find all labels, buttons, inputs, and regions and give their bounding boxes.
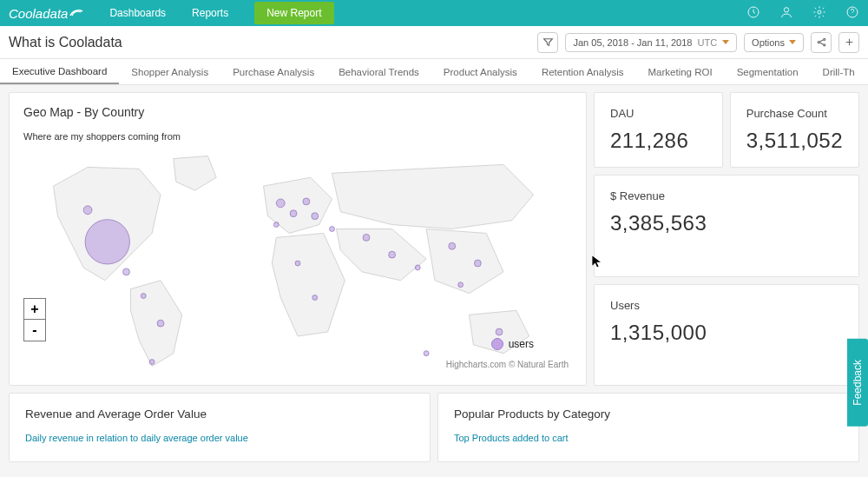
- panel-revenue-sub: Daily revenue in relation to daily avera…: [25, 433, 414, 443]
- zoom-out-button[interactable]: -: [24, 320, 45, 341]
- svg-point-15: [303, 198, 310, 205]
- tab-executive-dashboard[interactable]: Executive Dashboard: [0, 59, 119, 84]
- world-map[interactable]: [23, 150, 572, 376]
- svg-point-18: [330, 227, 335, 232]
- tab-retention-analysis[interactable]: Retention Analysis: [529, 59, 636, 84]
- kpi-purchase-count-label: Purchase Count: [746, 107, 843, 120]
- svg-point-14: [290, 210, 297, 217]
- chevron-down-icon: [789, 40, 796, 44]
- feedback-tab[interactable]: Feedback: [847, 339, 868, 427]
- nav-reports[interactable]: Reports: [192, 7, 228, 19]
- kpi-revenue: $ Revenue 3,385,563: [594, 175, 859, 277]
- svg-point-1: [784, 7, 788, 11]
- svg-point-2: [818, 10, 821, 14]
- svg-point-23: [415, 265, 420, 270]
- kpi-purchase-count-value: 3,511,052: [746, 129, 843, 153]
- filter-button[interactable]: [537, 32, 558, 53]
- nav-dashboards[interactable]: Dashboards: [109, 7, 166, 19]
- page-title: What is Cooladata: [9, 35, 122, 50]
- kpi-users: Users 1,315,000: [594, 284, 859, 387]
- kpi-dau: DAU 211,286: [594, 92, 723, 168]
- date-range-picker[interactable]: Jan 05, 2018 - Jan 11, 2018 UTC: [565, 33, 737, 52]
- kpi-users-label: Users: [610, 299, 843, 312]
- svg-point-22: [389, 251, 396, 258]
- new-report-button[interactable]: New Report: [254, 2, 333, 24]
- header-right: Jan 05, 2018 - Jan 11, 2018 UTC Options: [537, 32, 859, 53]
- legend-label: users: [509, 338, 534, 350]
- svg-point-27: [496, 328, 503, 335]
- svg-point-28: [424, 351, 429, 356]
- zoom-controls: + -: [23, 298, 46, 341]
- row-2: Revenue and Average Order Value Daily re…: [9, 393, 859, 462]
- tab-segmentation[interactable]: Segmentation: [725, 59, 811, 84]
- kpi-revenue-label: $ Revenue: [610, 189, 843, 202]
- tabs: Executive Dashboard Shopper Analysis Pur…: [0, 59, 868, 85]
- kpi-revenue-value: 3,385,563: [610, 211, 843, 235]
- tab-product-analysis[interactable]: Product Analysis: [431, 59, 529, 84]
- svg-point-13: [276, 199, 285, 208]
- date-range-text: Jan 05, 2018 - Jan 11, 2018: [573, 37, 692, 48]
- brand-text: Cooladata: [9, 6, 68, 21]
- chevron-down-icon: [722, 40, 729, 44]
- legend-dot-icon: [491, 338, 503, 350]
- content: Geo Map - By Country Where are my shoppe…: [0, 85, 868, 469]
- svg-point-19: [295, 261, 300, 266]
- svg-point-21: [363, 234, 370, 241]
- logo-arc-icon: [69, 4, 83, 19]
- tab-purchase-analysis[interactable]: Purchase Analysis: [220, 59, 326, 84]
- options-dropdown[interactable]: Options: [744, 33, 804, 52]
- gear-icon[interactable]: [812, 5, 826, 22]
- map-panel: Geo Map - By Country Where are my shoppe…: [9, 92, 587, 386]
- kpi-stack: DAU 211,286 Purchase Count 3,511,052 $ R…: [594, 92, 859, 386]
- map-panel-subtitle: Where are my shoppers coming from: [23, 131, 572, 142]
- map-panel-title: Geo Map - By Country: [23, 105, 572, 119]
- svg-point-9: [123, 268, 130, 275]
- svg-point-5: [823, 38, 825, 40]
- logo[interactable]: Cooladata: [9, 6, 83, 21]
- svg-point-12: [149, 360, 155, 365]
- svg-point-24: [449, 242, 456, 249]
- svg-point-26: [458, 282, 464, 288]
- tab-shopper-analysis[interactable]: Shopper Analysis: [119, 59, 220, 84]
- kpi-dau-value: 211,286: [610, 129, 707, 153]
- clock-icon[interactable]: [746, 5, 760, 22]
- map-attribution: Highcharts.com © Natural Earth: [446, 360, 569, 369]
- panel-popular-sub: Top Products added to cart: [454, 433, 843, 443]
- svg-point-16: [312, 213, 319, 220]
- top-right-icons: [746, 5, 859, 22]
- user-icon[interactable]: [779, 5, 793, 22]
- share-button[interactable]: [811, 32, 832, 53]
- svg-point-17: [273, 222, 279, 228]
- topbar: Cooladata Dashboards Reports New Report: [0, 0, 868, 26]
- kpi-users-value: 1,315,000: [610, 321, 843, 345]
- options-label: Options: [752, 37, 785, 48]
- zoom-in-button[interactable]: +: [24, 299, 45, 320]
- svg-point-20: [312, 295, 318, 301]
- panel-popular-title: Popular Products by Category: [454, 407, 843, 421]
- header-row: What is Cooladata Jan 05, 2018 - Jan 11,…: [0, 26, 868, 59]
- panel-popular-products: Popular Products by Category Top Product…: [437, 393, 859, 462]
- svg-point-11: [157, 320, 164, 327]
- tab-drill-through[interactable]: Drill-Th: [811, 59, 867, 84]
- panel-revenue-title: Revenue and Average Order Value: [25, 407, 414, 421]
- panel-revenue-aov: Revenue and Average Order Value Daily re…: [9, 393, 431, 462]
- map-legend: users: [491, 338, 534, 350]
- svg-point-4: [818, 41, 819, 43]
- add-button[interactable]: [838, 32, 859, 53]
- svg-point-25: [474, 260, 481, 267]
- tab-marketing-roi[interactable]: Marketing ROI: [636, 59, 725, 84]
- tz-text: UTC: [697, 37, 717, 48]
- svg-point-10: [141, 294, 146, 299]
- svg-point-7: [85, 220, 129, 264]
- kpi-dau-label: DAU: [610, 107, 707, 120]
- svg-point-6: [823, 44, 825, 46]
- help-icon[interactable]: [845, 5, 859, 22]
- kpi-purchase-count: Purchase Count 3,511,052: [730, 92, 859, 168]
- tab-behavioral-trends[interactable]: Behavioral Trends: [326, 59, 431, 84]
- svg-point-8: [83, 206, 92, 215]
